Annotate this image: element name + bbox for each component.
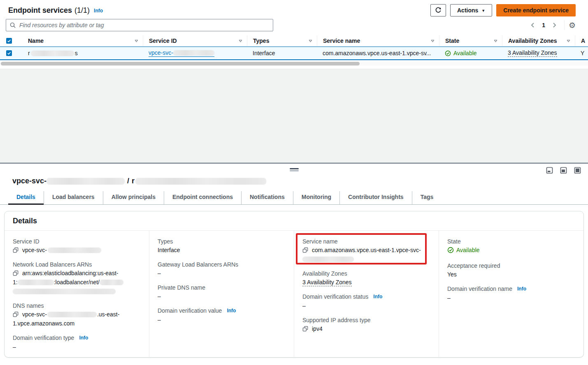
column-header-types[interactable]: Types (247, 35, 317, 46)
info-link[interactable]: Info (79, 334, 88, 342)
next-page-button[interactable] (548, 21, 560, 29)
copy-icon[interactable] (302, 247, 308, 253)
row-partial-value: Y (581, 50, 584, 56)
availability-zones-link[interactable]: 3 Availability Zones (508, 49, 557, 57)
field-label: Domain verification value (158, 307, 222, 315)
column-header-availability-zones[interactable]: Availability Zones (502, 35, 575, 46)
redacted-text (302, 257, 354, 262)
field-private-dns-name: Private DNS name – (158, 283, 286, 301)
field-domain-verification-type: Domain verification typeInfo – (13, 334, 141, 351)
endpoint-services-section: Endpoint services (1/1) Info Actions ▼ C… (0, 0, 588, 66)
redacted-text (13, 289, 116, 294)
availability-zones-link[interactable]: 3 Availability Zones (302, 279, 352, 286)
split-panel: vpce-svc-/r Details Load balancers Allow… (0, 163, 588, 365)
panel-layout-controls (546, 167, 581, 174)
sort-icon[interactable] (238, 39, 243, 43)
column-label: State (445, 37, 459, 44)
field-value: – (158, 316, 161, 323)
table-header-row: Endpoint services (1/1) Info Actions ▼ C… (0, 0, 588, 18)
tab-contributor-insights[interactable]: Contributor Insights (339, 191, 412, 204)
row-select-cell (0, 47, 18, 59)
tab-notifications[interactable]: Notifications (241, 191, 293, 204)
sort-icon[interactable] (566, 39, 571, 43)
check-circle-icon (445, 50, 451, 56)
column-header-state[interactable]: State (439, 35, 502, 46)
row-checkbox[interactable] (6, 50, 12, 56)
scrollbar-thumb[interactable] (1, 62, 360, 66)
panel-tabs: Details Load balancers Allow principals … (0, 191, 588, 205)
field-supported-ip: Supported IP address type ipv4 (302, 316, 430, 333)
state-badge: Available (445, 50, 477, 56)
tab-details[interactable]: Details (8, 191, 44, 204)
select-all-cell (0, 35, 18, 46)
info-link[interactable]: Info (517, 285, 526, 293)
panel-size-medium-icon[interactable] (560, 167, 567, 174)
info-link[interactable]: Info (373, 292, 382, 301)
pagination: 1 ⚙ (527, 20, 576, 30)
panel-size-small-icon[interactable] (546, 167, 553, 174)
copy-icon[interactable] (13, 270, 19, 276)
service-id-link[interactable]: vpce-svc- (149, 49, 214, 57)
copy-icon[interactable] (13, 311, 19, 317)
actions-button[interactable]: Actions ▼ (450, 4, 492, 16)
field-label: Domain verification name (447, 285, 512, 293)
sort-icon[interactable] (308, 39, 313, 43)
tab-tags[interactable]: Tags (412, 191, 442, 204)
refresh-button[interactable] (430, 4, 446, 16)
previous-page-button[interactable] (527, 21, 539, 29)
tab-load-balancers[interactable]: Load balancers (44, 191, 103, 204)
field-value: .us-east- (97, 311, 119, 318)
field-domain-verification-name: Domain verification nameInfo – (447, 285, 575, 302)
column-label: Types (253, 37, 269, 44)
column-header-service-id[interactable]: Service ID (143, 35, 247, 46)
page-number[interactable]: 1 (539, 22, 548, 28)
field-availability-zones: Availability Zones 3 Availability Zones (302, 269, 430, 287)
redacted-text (18, 280, 54, 285)
create-endpoint-service-button[interactable]: Create endpoint service (496, 4, 576, 16)
field-value: vpce-svc- (22, 311, 47, 318)
row-az-cell: 3 Availability Zones (502, 47, 575, 59)
field-state: State Available (447, 237, 575, 256)
row-name-fragment: r (28, 50, 30, 56)
tab-allow-principals[interactable]: Allow principals (103, 191, 164, 204)
redacted-text (135, 178, 266, 185)
sort-icon[interactable] (134, 39, 139, 43)
column-header-partial[interactable]: A (575, 35, 588, 46)
column-header-service-name[interactable]: Service name (317, 35, 439, 46)
info-link[interactable]: Info (227, 307, 236, 315)
state-badge: Available (447, 246, 480, 255)
field-value: – (13, 344, 16, 350)
copy-icon[interactable] (13, 247, 19, 253)
info-link[interactable]: Info (94, 8, 103, 14)
column-label: Service ID (149, 37, 177, 44)
field-label: Service ID (13, 237, 40, 246)
search-input[interactable] (6, 19, 273, 31)
field-service-id: Service ID vpce-svc- (13, 237, 141, 255)
create-button-label: Create endpoint service (503, 7, 569, 14)
field-label: Acceptance required (447, 262, 500, 270)
panel-title-fragment: r (132, 177, 135, 185)
panel-size-large-icon[interactable] (574, 167, 581, 174)
sort-icon[interactable] (430, 39, 435, 43)
row-state-cell: Available (439, 47, 502, 59)
field-domain-verification-status: Domain verification statusInfo – (302, 292, 430, 310)
column-header-name[interactable]: Name (18, 35, 143, 46)
drag-handle-icon[interactable] (290, 168, 299, 171)
field-value: arn:aws:elasticloadbalancing:us-east- (22, 270, 118, 276)
table-header: Name Service ID Types Service name State… (0, 35, 588, 47)
tab-endpoint-connections[interactable]: Endpoint connections (164, 191, 241, 204)
tab-monitoring[interactable]: Monitoring (293, 191, 339, 204)
select-all-checkbox[interactable] (6, 38, 12, 44)
redacted-text (173, 50, 214, 56)
copy-icon[interactable] (302, 326, 308, 332)
field-value: 1: (13, 279, 18, 285)
redacted-text (46, 178, 125, 185)
details-grid: Service ID vpce-svc- Network Load Balanc… (5, 231, 583, 357)
sort-icon[interactable] (493, 39, 498, 43)
column-label: A (581, 37, 585, 44)
field-label: Domain verification status (302, 292, 368, 301)
gear-icon[interactable]: ⚙ (569, 21, 576, 29)
field-label: Availability Zones (302, 269, 347, 278)
chevron-right-icon (551, 22, 558, 28)
field-label: Network Load Balancers ARNs (13, 260, 92, 269)
